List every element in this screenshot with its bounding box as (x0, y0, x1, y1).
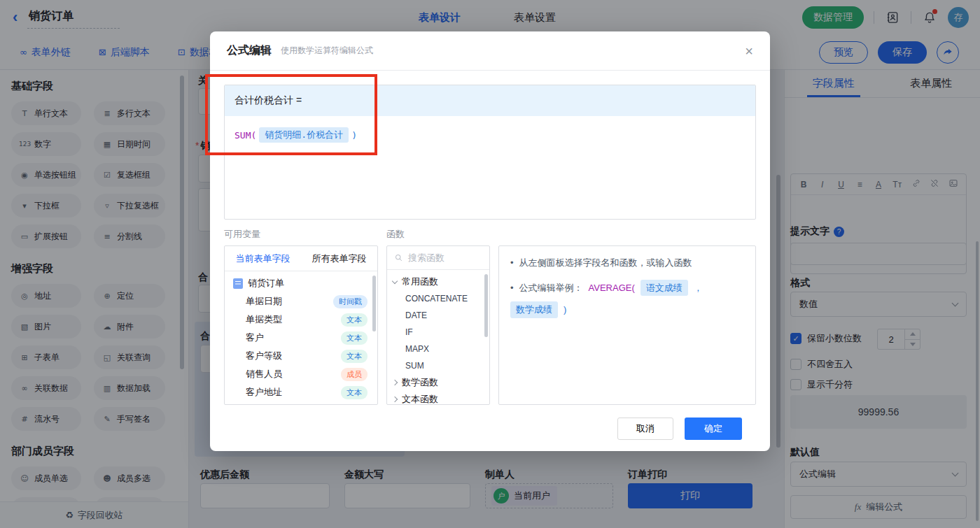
type-badge: 文本 (341, 313, 368, 327)
tip-line-2: • 公式编辑举例： AVERAGE( 语文成绩 ， 数学成绩 ) (499, 270, 755, 318)
formula-target: 合计价税合计 = (225, 85, 755, 116)
app: ‹ 销货订单 表单设计 表单设置 数据管理 存 ∞ 表单外链 ⊠ 后 (0, 0, 980, 528)
example-close-paren: ) (564, 303, 566, 317)
example-chip: 语文成绩 (640, 280, 688, 297)
selector-panels: 当前表单字段 所有表单字段 销货订单 单据日期时间戳 单据类型文本 客户文本 客… (224, 245, 756, 405)
dialog-body: 合计价税合计 = SUM( 销货明细.价税合计 ) 可用变量 函数 当前表单字段… (210, 71, 770, 440)
function-group-common[interactable]: 常用函数 (387, 273, 489, 290)
bullet-icon: • (510, 281, 514, 295)
type-badge: 文本 (341, 331, 368, 345)
formula-editor-dialog: 公式编辑 使用数学运算符编辑公式 × 合计价税合计 = SUM( 销货明细.价税… (210, 31, 770, 451)
example-chip: 数学成绩 (510, 301, 558, 318)
functions-label: 函数 (386, 228, 405, 241)
search-icon (394, 253, 403, 262)
chevron-right-icon (392, 380, 398, 385)
bullet-icon: • (510, 256, 514, 270)
chevron-right-icon (392, 397, 398, 402)
variables-scrollbar[interactable] (372, 276, 376, 331)
form-document-icon (233, 278, 243, 289)
type-badge: 文本 (341, 350, 368, 363)
variable-row[interactable]: 客户文本 (225, 329, 377, 347)
formula-field-chip[interactable]: 销货明细.价税合计 (259, 127, 349, 143)
functions-panel: 搜索函数 常用函数 CONCATENATE DATE IF MAPX SUM 数… (386, 245, 490, 405)
tip-line-1: • 从左侧面板选择字段名和函数，或输入函数 (499, 246, 755, 270)
tab-current-form-fields[interactable]: 当前表单字段 (225, 246, 301, 271)
type-badge: 文本 (341, 386, 368, 399)
panel-labels: 可用变量 函数 (224, 228, 756, 241)
variables-panel: 当前表单字段 所有表单字段 销货订单 单据日期时间戳 单据类型文本 客户文本 客… (224, 245, 378, 405)
dialog-header: 公式编辑 使用数学运算符编辑公式 × (210, 31, 770, 71)
search-placeholder: 搜索函数 (408, 252, 444, 264)
function-item[interactable]: CONCATENATE (387, 290, 489, 307)
functions-scrollbar[interactable] (484, 274, 488, 337)
example-comma: ， (694, 281, 703, 295)
function-item[interactable]: MAPX (387, 341, 489, 357)
dialog-subtitle: 使用数学运算符编辑公式 (281, 45, 373, 57)
variable-row[interactable]: 单据日期时间戳 (225, 292, 377, 311)
confirm-button[interactable]: 确定 (685, 418, 742, 440)
formula-function: SUM( (234, 130, 256, 141)
example-function: AVERAGE( (589, 281, 635, 295)
formula-expression[interactable]: SUM( 销货明细.价税合计 ) (225, 116, 755, 154)
function-item[interactable]: DATE (387, 307, 489, 324)
tips-panel: • 从左侧面板选择字段名和函数，或输入函数 • 公式编辑举例： AVERAGE(… (498, 245, 756, 405)
chevron-down-icon (392, 278, 398, 284)
dialog-footer: 取消 确定 (224, 418, 756, 440)
function-item[interactable]: SUM (387, 357, 489, 374)
variables-label: 可用变量 (224, 228, 378, 241)
formula-input-area[interactable]: 合计价税合计 = SUM( 销货明细.价税合计 ) (224, 85, 756, 220)
variable-row[interactable]: 销售人员成员 (225, 365, 377, 383)
variables-tabs: 当前表单字段 所有表单字段 (225, 246, 377, 271)
function-group-text[interactable]: 文本函数 (387, 391, 489, 405)
function-item[interactable]: IF (387, 324, 489, 341)
tab-all-form-fields[interactable]: 所有表单字段 (301, 246, 377, 271)
type-badge: 成员 (341, 368, 368, 381)
type-badge: 时间戳 (333, 295, 368, 308)
function-search[interactable]: 搜索函数 (387, 246, 489, 270)
variable-row[interactable]: 客户地址文本 (225, 383, 377, 401)
variable-row[interactable]: 单据类型文本 (225, 311, 377, 329)
variable-row[interactable]: 客户等级文本 (225, 347, 377, 365)
close-icon[interactable]: × (745, 44, 753, 58)
function-group-math[interactable]: 数学函数 (387, 374, 489, 391)
variables-tree-root[interactable]: 销货订单 (225, 271, 377, 292)
dialog-title: 公式编辑 (227, 43, 272, 58)
cancel-button[interactable]: 取消 (617, 418, 673, 440)
formula-close-paren: ) (351, 130, 357, 141)
